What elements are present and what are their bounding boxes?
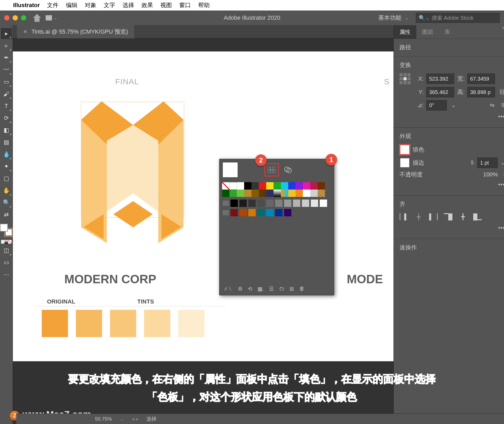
new-swatch-icon[interactable]: ⊞ — [290, 286, 294, 292]
delete-swatch-icon[interactable]: 🗑 — [299, 286, 304, 292]
fill-stroke-indicator[interactable] — [0, 224, 13, 236]
pattern-swatch[interactable] — [318, 190, 325, 197]
reference-point-icon[interactable] — [400, 73, 411, 84]
swatch[interactable] — [288, 190, 296, 197]
selection-tool[interactable]: ▸ — [1, 28, 12, 39]
rotate-tool[interactable]: ⟳ — [1, 113, 12, 123]
stroke-stepper-icon[interactable]: ⥮ — [470, 159, 475, 166]
swatch[interactable] — [288, 182, 296, 190]
arrange-docs-dropdown-icon[interactable]: ⌄ — [54, 16, 57, 20]
swatch[interactable] — [266, 200, 274, 207]
stroke-color-button[interactable] — [400, 158, 410, 168]
eraser-tool[interactable]: ◧ — [1, 125, 12, 135]
swatch-libs-icon[interactable]: ⫽⟩. — [223, 286, 233, 292]
swatch[interactable] — [266, 190, 274, 197]
menu-type[interactable]: 文字 — [104, 1, 115, 9]
gradient-tool[interactable]: ▤ — [1, 137, 12, 148]
tab-libraries[interactable]: 库 — [439, 25, 456, 39]
rotate-field[interactable] — [426, 100, 447, 111]
y-field[interactable] — [426, 87, 454, 97]
fill-color-button[interactable] — [400, 144, 410, 155]
swatch-options-icon[interactable]: ▦. — [258, 286, 264, 292]
swatch[interactable] — [230, 209, 238, 216]
fill-swatch[interactable] — [0, 224, 8, 232]
artboard-tool[interactable]: ▢ — [1, 173, 12, 184]
close-window-icon[interactable] — [4, 15, 9, 20]
swatch[interactable] — [248, 209, 256, 216]
gradient-swatch[interactable] — [274, 190, 281, 197]
swatch[interactable] — [311, 200, 318, 207]
zoom-level[interactable]: 55.75% — [95, 416, 112, 422]
more-align-icon[interactable]: ••• — [498, 224, 504, 231]
workspace-preset-menu[interactable]: 基本功能 ⌄ — [378, 14, 408, 22]
swatch[interactable] — [310, 182, 318, 190]
menu-edit[interactable]: 编辑 — [66, 1, 77, 9]
stroke-dropdown-icon[interactable]: ⌄ — [500, 159, 504, 166]
swatches-view-button[interactable] — [265, 164, 278, 176]
swatch[interactable] — [257, 200, 265, 207]
collapse-panel-icon[interactable]: ≫ — [498, 25, 504, 39]
swatch[interactable] — [302, 200, 309, 207]
swatch[interactable] — [248, 200, 256, 207]
align-right-icon[interactable]: ▌▕ — [429, 212, 438, 221]
draw-mode-icon[interactable]: ◫ — [1, 245, 12, 256]
edit-toolbar-icon[interactable]: ⋯ — [1, 269, 12, 280]
close-tab-icon[interactable]: ✕ — [23, 29, 27, 35]
swatch[interactable] — [251, 190, 259, 197]
swatch-list-icon[interactable]: ☰ — [269, 286, 274, 292]
align-bottom-icon[interactable]: █▁ — [473, 212, 482, 221]
swatch[interactable] — [293, 200, 300, 207]
pen-tool[interactable]: ✒ — [1, 53, 12, 63]
rotate-dropdown-icon[interactable]: ⌄ — [451, 102, 456, 109]
align-top-icon[interactable]: ▔█ — [444, 212, 453, 221]
menu-select[interactable]: 选择 — [123, 1, 134, 9]
rectangle-tool[interactable]: ▭ — [1, 77, 12, 87]
menu-effect[interactable]: 效果 — [141, 1, 153, 9]
menu-help[interactable]: 帮助 — [198, 1, 210, 9]
more-options-icon[interactable]: ••• — [498, 113, 504, 120]
flip-h-icon[interactable]: ⇋ — [490, 102, 495, 109]
more-appearance-icon[interactable]: ••• — [498, 181, 504, 188]
screen-mode-icon[interactable]: ▭ — [1, 257, 12, 268]
opacity-value[interactable]: 100% — [483, 171, 498, 178]
x-field[interactable] — [426, 74, 454, 84]
zoom-window-icon[interactable] — [21, 15, 26, 20]
swatch[interactable] — [237, 182, 244, 190]
swatch-menu-icon[interactable]: ⚙ — [238, 286, 243, 292]
align-vcenter-icon[interactable]: ╋ — [458, 212, 467, 221]
toggle-fill-stroke-icon[interactable]: ⇄ — [1, 210, 12, 220]
shape-builder-tool[interactable]: ✦ — [1, 161, 12, 172]
minimize-window-icon[interactable] — [13, 15, 18, 20]
swatch-kind-icon[interactable]: ⟲ — [248, 286, 252, 292]
swatch[interactable] — [257, 209, 265, 216]
gradient-swatch[interactable] — [281, 190, 288, 197]
h-field[interactable] — [467, 87, 495, 97]
current-fill-swatch[interactable] — [223, 162, 238, 177]
type-tool[interactable]: T — [1, 101, 12, 111]
color-mixer-button[interactable] — [281, 164, 295, 176]
swatch[interactable] — [244, 190, 251, 197]
curvature-tool[interactable]: 〰 — [1, 65, 12, 75]
align-left-icon[interactable]: ▏▌ — [400, 212, 408, 221]
hand-tool[interactable]: ✋ — [1, 185, 12, 196]
w-field[interactable] — [467, 74, 495, 84]
swatch[interactable] — [244, 182, 251, 190]
stroke-weight-field[interactable] — [477, 158, 498, 168]
swatch[interactable] — [284, 209, 291, 216]
swatch[interactable] — [296, 190, 303, 197]
swatch[interactable] — [259, 190, 266, 197]
swatch[interactable] — [239, 200, 247, 207]
new-group-icon[interactable]: 🗀 — [279, 286, 284, 292]
zoom-tool[interactable]: 🔍 — [1, 197, 12, 208]
swatch[interactable] — [281, 182, 288, 190]
swatch[interactable] — [318, 182, 325, 190]
paintbrush-tool[interactable]: 🖌 — [1, 89, 12, 99]
swatch[interactable] — [303, 190, 310, 197]
swatch[interactable] — [275, 209, 282, 216]
menu-object[interactable]: 对象 — [85, 1, 96, 9]
eyedropper-tool[interactable]: 💧 — [1, 149, 12, 160]
swatch[interactable] — [296, 182, 303, 190]
folder-icon[interactable] — [223, 210, 229, 215]
menu-file[interactable]: 文件 — [47, 1, 59, 9]
tab-layers[interactable]: 图层 — [416, 25, 439, 39]
